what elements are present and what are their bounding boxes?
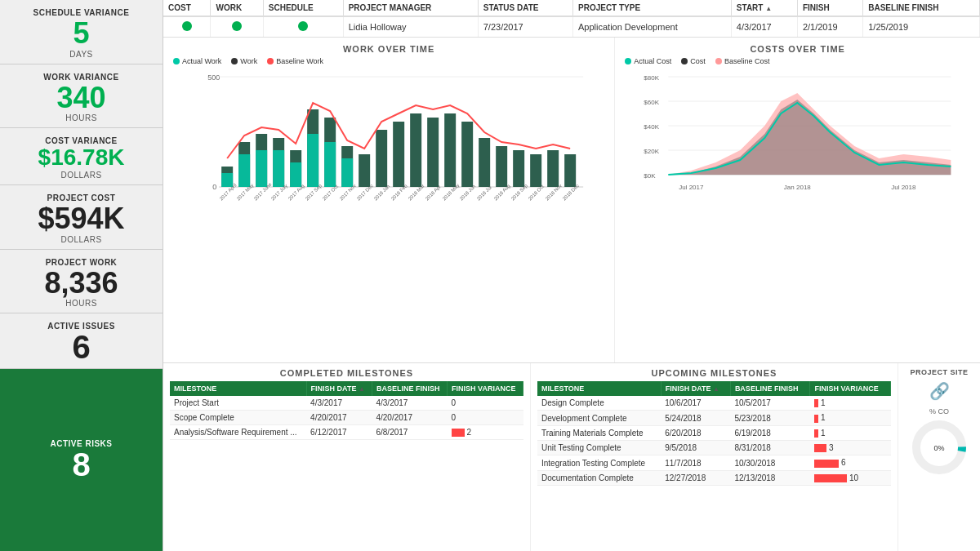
cm-finish-variance: 0 [448,396,523,411]
project-cost-sub: DOLLARS [0,235,163,244]
work-dot [232,21,242,31]
col-project-type: PROJECT TYPE [573,0,732,16]
work-chart-svg: 500 0 [173,69,604,199]
svg-text:$20K: $20K [644,148,660,155]
status-date: 7/23/2017 [478,16,572,37]
um-finish-date: 12/27/2018 [661,470,730,485]
um-col-finish-date: FINISH DATE ▲ [661,381,730,396]
work-over-time-section: WORK OVER TIME Actual Work Work Baseline… [163,38,615,362]
percent-complete-label: % CO [929,407,949,415]
svg-text:$60K: $60K [644,99,660,106]
upcoming-milestone-row: Design Complete 10/6/2017 10/5/2017 1 [537,396,891,411]
project-work-block: PROJECT WORK 8,336 HOURS [0,250,163,314]
actual-work-label: Actual Work [182,57,221,65]
costs-over-time-legend: Actual Cost Cost Baseline Cost [625,57,970,65]
cm-milestone-name: Analysis/Software Requirement ... [170,425,306,440]
work-dot-legend [231,58,238,64]
cm-finish-date: 4/20/2017 [306,411,372,425]
completed-milestone-row: Project Start 4/3/2017 4/3/2017 0 [170,396,523,411]
svg-rect-17 [444,113,456,187]
legend-actual-work: Actual Work [173,57,221,65]
cm-milestone-name: Project Start [170,396,306,411]
cm-finish-date: 6/12/2017 [306,425,372,440]
um-baseline-finish: 5/23/2018 [730,411,810,425]
upcoming-milestone-row: Training Materials Complete 6/20/2018 6/… [537,425,891,440]
col-cost: COST [163,0,211,16]
um-col-finish-variance: FINISH VARIANCE [810,381,891,396]
um-finish-variance: 1 [810,411,891,425]
project-site-title: PROJECT SITE [910,368,968,376]
svg-rect-13 [376,130,387,187]
um-finish-variance: 1 [810,396,891,411]
baseline-cost-dot [715,58,722,64]
um-milestone-name: Documentation Complete [537,470,661,485]
upcoming-milestone-row: Unit Testing Complete 9/5/2018 8/31/2018… [537,441,891,455]
svg-rect-12 [359,154,370,187]
svg-rect-20 [496,146,507,187]
cm-col-baseline-finish: BASELINE FINISH [372,381,447,396]
um-milestone-name: Unit Testing Complete [537,441,661,455]
cm-baseline-finish: 6/8/2017 [372,425,447,440]
project-work-value: 8,336 [0,267,163,300]
svg-rect-22 [530,154,541,187]
baseline-work-dot [267,58,274,64]
cm-finish-date: 4/3/2017 [306,396,372,411]
schedule-variance-block: SCHEDULE VARIANCE 5 DAYS [0,0,163,64]
project-row: Lidia Holloway 7/23/2017 Application Dev… [163,16,980,37]
upcoming-milestone-row: Development Complete 5/24/2018 5/23/2018… [537,411,891,425]
work-variance-label: WORK VARIANCE [0,73,163,82]
active-risks-block: ACTIVE RISKS 8 [0,369,163,551]
upcoming-milestones-section: UPCOMING MILESTONES MILESTONE FINISH DAT… [531,363,898,551]
svg-text:500: 500 [207,73,220,82]
project-type: Application Development [573,16,732,37]
cm-col-finish-variance: FINISH VARIANCE [448,381,523,396]
cost-label: Cost [690,57,706,65]
upcoming-milestone-row: Integration Testing Complete 11/7/2018 1… [537,455,891,470]
um-finish-variance: 1 [810,425,891,440]
svg-rect-19 [479,138,490,187]
schedule-status [263,16,343,37]
cm-col-finish-date: FINISH DATE ▲ [306,381,372,396]
svg-text:0: 0 [212,183,216,191]
cost-variance-sub: DOLLARS [0,171,163,180]
cm-finish-variance: 0 [448,411,523,425]
svg-rect-27 [256,150,267,187]
svg-rect-15 [410,113,421,187]
work-status [211,16,263,37]
svg-rect-18 [461,122,473,187]
baseline-work-label: Baseline Work [276,57,323,65]
cm-baseline-finish: 4/20/2017 [372,411,447,425]
project-cost-block: PROJECT COST $594K DOLLARS [0,185,163,250]
svg-rect-31 [324,142,336,187]
svg-rect-24 [564,154,576,187]
um-finish-date: 5/24/2018 [661,411,730,425]
col-work: WORK [211,0,263,16]
project-cost-value: $594K [0,202,163,235]
um-baseline-finish: 12/13/2018 [730,470,810,485]
work-over-time-legend: Actual Work Work Baseline Work [173,57,604,65]
um-finish-variance: 3 [810,441,891,455]
svg-rect-21 [513,150,524,187]
sidebar: SCHEDULE VARIANCE 5 DAYS WORK VARIANCE 3… [0,0,163,551]
cost-chart-svg: $80K $60K $40K $20K $0K [625,69,970,199]
um-finish-date: 11/7/2018 [661,455,730,470]
um-finish-date: 6/20/2018 [661,425,730,440]
project-info-row: COST WORK SCHEDULE PROJECT MANAGER STATU… [163,0,980,38]
percent-complete-chart: 0% [911,419,968,476]
cm-finish-variance: 2 [448,425,523,440]
legend-actual-cost: Actual Cost [625,57,671,65]
legend-baseline-work: Baseline Work [267,57,323,65]
baseline-cost-label: Baseline Cost [724,57,770,65]
cm-milestone-name: Scope Complete [170,411,306,425]
legend-cost: Cost [681,57,706,65]
schedule-variance-value: 5 [0,17,163,50]
project-site-link-icon[interactable]: 🔗 [929,381,950,401]
legend-work: Work [231,57,257,65]
um-finish-variance: 6 [810,455,891,470]
cost-variance-block: COST VARIANCE $16.78K DOLLARS [0,128,163,185]
um-baseline-finish: 6/19/2018 [730,425,810,440]
col-schedule: SCHEDULE [263,0,343,16]
milestones-row: COMPLETED MILESTONES MILESTONE FINISH DA… [163,363,980,551]
cost-dot-legend [681,58,688,64]
svg-text:Jul 2018: Jul 2018 [892,184,917,191]
